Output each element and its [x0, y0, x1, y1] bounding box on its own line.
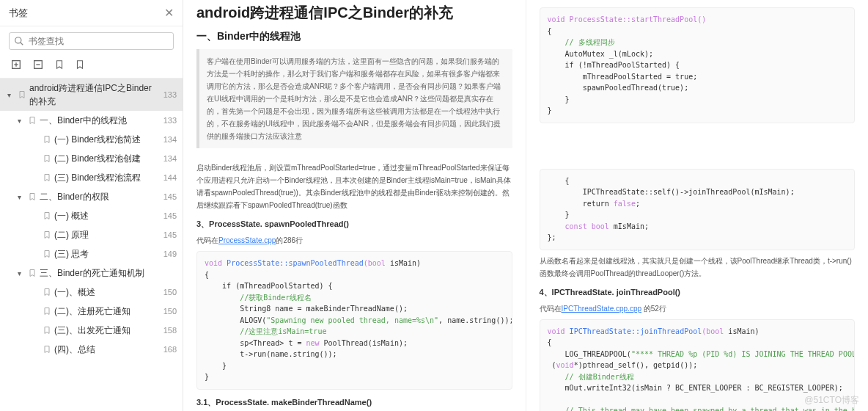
- bookmark-tree: ▾android跨进程通信IPC之Binder的补充133▾一、Binder中的…: [0, 79, 183, 411]
- source-link[interactable]: IPCThreadState.cpp.cpp: [562, 305, 642, 313]
- heading-3a: 3、ProcessState. spawnPooledThread(): [196, 219, 512, 230]
- page-number: 168: [163, 345, 177, 354]
- tree-label: (一) Binder线程池简述: [54, 133, 141, 146]
- tree-row[interactable]: (一) 概述145: [0, 206, 183, 225]
- tree-label: (三) Binder线程池流程: [54, 171, 141, 184]
- sidebar-title: 书签: [9, 7, 28, 20]
- page-left: android跨进程通信IPC之Binder的补充 一、Binder中的线程池 …: [183, 0, 526, 411]
- tree-row[interactable]: ▾三、Binder的死亡通知机制: [0, 263, 183, 283]
- page-number: 145: [163, 211, 177, 220]
- tree-label: (一) 概述: [54, 209, 89, 222]
- tree-label: (一)、概述: [54, 285, 95, 299]
- tree-row[interactable]: (三) Binder线程池流程144: [0, 168, 183, 187]
- bookmark-add-icon[interactable]: [54, 59, 65, 70]
- tree-label: (二) 原理: [54, 228, 89, 241]
- caret-icon[interactable]: ▾: [18, 268, 25, 279]
- caret-icon[interactable]: ▾: [18, 115, 25, 126]
- page-number: 145: [163, 230, 177, 239]
- tree-label: android跨进程通信IPC之Binder的补充: [29, 81, 159, 108]
- tree-label: 一、Binder中的线程池: [40, 114, 127, 127]
- page-number: 133: [163, 90, 177, 99]
- paragraph: 从函数名看起来是创建线程池，其实就只是创建一个线程，该PoolThread继承T…: [540, 255, 856, 280]
- tree-label: 二、Binder的权限: [40, 190, 109, 203]
- page-number: 150: [163, 288, 177, 297]
- document-title: android跨进程通信IPC之Binder的补充: [196, 3, 512, 23]
- page-number: 144: [163, 173, 177, 182]
- tree-row[interactable]: (一)、概述150: [0, 283, 183, 302]
- code-block-startThreadPool: void ProcessState::startThreadPool() { /…: [540, 7, 856, 123]
- page-number: 134: [163, 135, 177, 144]
- tree-label: 三、Binder的死亡通知机制: [40, 266, 144, 280]
- tree-row[interactable]: (三)、出发死亡通知158: [0, 321, 183, 340]
- tree-row[interactable]: (二) Binder线程池创建134: [0, 149, 183, 168]
- page-number: 158: [163, 326, 177, 335]
- svg-point-0: [15, 37, 21, 43]
- document-content: android跨进程通信IPC之Binder的补充 一、Binder中的线程池 …: [183, 0, 868, 411]
- search-input[interactable]: [29, 36, 169, 46]
- tree-row[interactable]: ▾一、Binder中的线程池133: [0, 111, 183, 130]
- page-number: 133: [163, 116, 177, 125]
- close-icon[interactable]: ✕: [164, 6, 174, 20]
- heading-1: 一、Binder中的线程池: [196, 30, 512, 43]
- page-number: 149: [163, 250, 177, 258]
- expand-icon[interactable]: [10, 59, 22, 70]
- tree-row[interactable]: (一) Binder线程池简述134: [0, 130, 183, 149]
- tree-label: (四)、总结: [54, 343, 95, 356]
- search-container: [0, 26, 183, 56]
- tree-label: (二) Binder线程池创建: [54, 152, 141, 165]
- blockquote: 客户端在使用Binder可以调用服务端的方法，这里面有一些隐含的问题，如果我们服…: [196, 49, 512, 148]
- tree-row[interactable]: (四)、总结168: [0, 340, 183, 359]
- source-ref: 代码在ProcessState.cpp的286行: [196, 234, 512, 247]
- svg-line-1: [21, 43, 23, 46]
- caret-icon[interactable]: ▾: [7, 90, 15, 101]
- watermark: @51CTO博客: [804, 394, 859, 407]
- page-right: void ProcessState::startThreadPool() { /…: [526, 0, 869, 411]
- search-box[interactable]: [9, 32, 174, 50]
- collapse-icon[interactable]: [32, 59, 44, 70]
- tree-label: (三) 思考: [54, 247, 89, 261]
- sidebar-toolbar: [0, 56, 183, 79]
- heading-3c: 4、IPCThreadState. joinThreadPool(): [540, 287, 856, 298]
- heading-3b: 3.1、ProcessState. makeBinderThreadName(): [196, 397, 512, 408]
- code-block-pool-return: { IPCThreadState::self()->joinThreadPool…: [540, 169, 856, 250]
- page-number: 145: [163, 192, 177, 201]
- bookmarks-sidebar: 书签 ✕ ▾android跨进程通信IPC之Binder的补充133▾一、Bin…: [0, 0, 183, 411]
- page-number: 134: [163, 154, 177, 163]
- tree-label: (三)、出发死亡通知: [54, 324, 130, 337]
- caret-icon[interactable]: ▾: [18, 192, 25, 203]
- page-number: 150: [163, 307, 177, 316]
- tree-label: (二)、注册死亡通知: [54, 305, 130, 318]
- bookmark-icon[interactable]: [75, 59, 85, 70]
- tree-row[interactable]: (三) 思考149: [0, 244, 183, 263]
- code-block-spawnPooledThread: void ProcessState::spawnPooledThread(boo…: [196, 251, 512, 390]
- source-link[interactable]: ProcessState.cpp: [218, 236, 276, 244]
- search-icon: [14, 36, 24, 46]
- tree-row[interactable]: (二)、注册死亡通知150: [0, 302, 183, 321]
- tree-row[interactable]: (二) 原理145: [0, 225, 183, 244]
- tree-row[interactable]: ▾二、Binder的权限145: [0, 187, 183, 206]
- tree-row[interactable]: ▾android跨进程通信IPC之Binder的补充133: [0, 79, 183, 111]
- source-ref: 代码在IPCThreadState.cpp.cpp 的52行: [540, 302, 856, 315]
- paragraph: 启动Binder线程池后，则设置mThreadPoolStarted=true，…: [196, 161, 512, 211]
- sidebar-header: 书签 ✕: [0, 0, 183, 26]
